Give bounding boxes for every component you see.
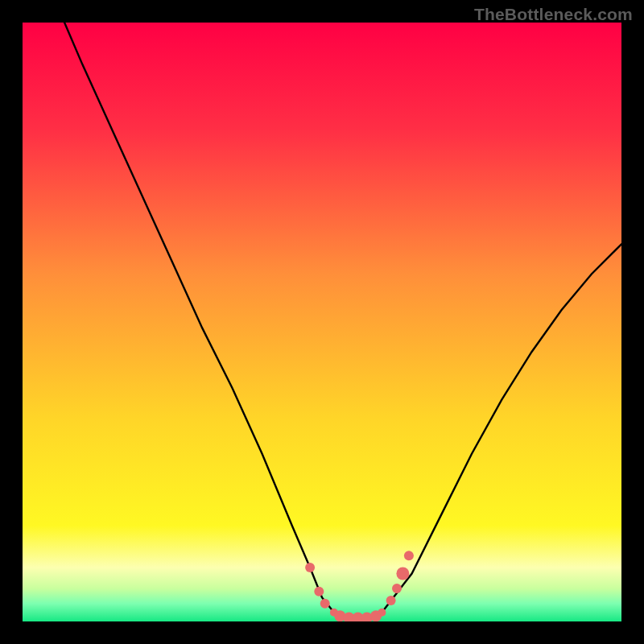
valley-marker [404, 551, 414, 560]
attribution-text: TheBottleneck.com [474, 5, 633, 24]
valley-marker [378, 609, 386, 617]
valley-marker [392, 584, 402, 593]
bottleneck-curve [23, 23, 621, 621]
plot-area [23, 23, 621, 621]
image-frame: TheBottleneck.com [0, 0, 644, 644]
valley-marker [396, 568, 409, 580]
valley-marker [305, 563, 315, 572]
valley-marker [320, 599, 330, 609]
valley-marker [386, 596, 396, 605]
valley-marker [314, 587, 324, 597]
